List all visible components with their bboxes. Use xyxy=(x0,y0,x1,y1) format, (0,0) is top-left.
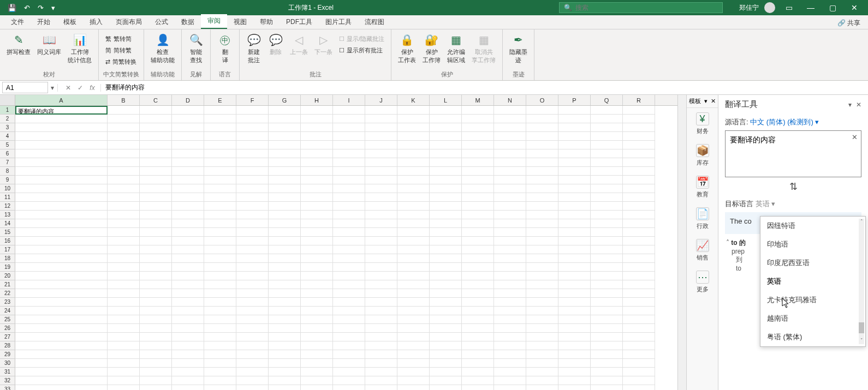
cell[interactable] xyxy=(204,368,236,376)
lang-option[interactable]: 印地语 xyxy=(760,235,865,254)
cell[interactable] xyxy=(108,341,140,350)
cell[interactable] xyxy=(494,315,526,324)
cell[interactable] xyxy=(558,298,591,307)
cell[interactable] xyxy=(397,254,430,263)
language-dropdown-list[interactable]: 因纽特语 印地语 印度尼西亚语 英语 尤卡特克玛雅语 越南语 粤语 (繁体) ˄… xyxy=(760,216,866,347)
cell[interactable] xyxy=(623,219,655,228)
cell[interactable] xyxy=(108,106,140,115)
cell[interactable] xyxy=(526,211,558,219)
cell[interactable] xyxy=(108,376,140,385)
cell[interactable] xyxy=(236,315,269,324)
cell[interactable] xyxy=(15,359,108,368)
col-header-M[interactable]: M xyxy=(462,95,494,105)
cell[interactable] xyxy=(172,359,204,368)
cell[interactable] xyxy=(269,324,301,333)
cell[interactable] xyxy=(236,211,269,219)
cell[interactable] xyxy=(365,202,397,211)
cell[interactable] xyxy=(526,245,558,254)
cell[interactable] xyxy=(591,245,623,254)
cell[interactable] xyxy=(204,280,236,289)
row-header[interactable]: 5 xyxy=(0,141,15,149)
cell[interactable] xyxy=(172,219,204,228)
cell[interactable] xyxy=(430,272,462,280)
row-header[interactable]: 29 xyxy=(0,350,15,359)
cell[interactable] xyxy=(269,376,301,385)
cell[interactable] xyxy=(269,359,301,368)
cell[interactable] xyxy=(140,307,172,315)
cell[interactable] xyxy=(526,158,558,167)
cell[interactable] xyxy=(301,333,333,341)
cell[interactable] xyxy=(623,211,655,219)
cell[interactable] xyxy=(172,280,204,289)
col-header-J[interactable]: J xyxy=(365,95,397,105)
cell[interactable] xyxy=(494,385,526,390)
cell[interactable] xyxy=(397,245,430,254)
row-header[interactable]: 18 xyxy=(0,254,15,263)
row-header[interactable]: 9 xyxy=(0,176,15,184)
cell[interactable] xyxy=(108,228,140,237)
next-comment-button[interactable]: ▷下一条 xyxy=(312,32,335,57)
row-header[interactable]: 32 xyxy=(0,376,15,385)
cell[interactable] xyxy=(462,341,494,350)
row-header[interactable]: 33 xyxy=(0,385,15,390)
cell[interactable] xyxy=(558,245,591,254)
cell[interactable] xyxy=(494,237,526,245)
cell[interactable] xyxy=(397,333,430,341)
cell[interactable] xyxy=(172,289,204,298)
cell[interactable] xyxy=(204,219,236,228)
cell[interactable] xyxy=(558,123,591,132)
cell[interactable] xyxy=(204,272,236,280)
cell[interactable] xyxy=(140,280,172,289)
panel-close-icon[interactable]: ✕ xyxy=(856,101,861,109)
cell[interactable] xyxy=(430,315,462,324)
cell[interactable] xyxy=(269,106,301,115)
cell[interactable] xyxy=(172,123,204,132)
cell[interactable] xyxy=(269,115,301,123)
cell[interactable] xyxy=(108,219,140,228)
cell[interactable] xyxy=(140,158,172,167)
cell[interactable] xyxy=(494,158,526,167)
cell[interactable] xyxy=(558,193,591,202)
show-all-comments-button[interactable]: ☐ 显示所有批注 xyxy=(337,45,387,56)
cell[interactable] xyxy=(430,341,462,350)
cell[interactable] xyxy=(15,385,108,390)
tab-file[interactable]: 文件 xyxy=(4,15,31,29)
cell[interactable] xyxy=(333,333,365,341)
cell[interactable] xyxy=(623,245,655,254)
cell[interactable] xyxy=(526,341,558,350)
cell[interactable] xyxy=(623,106,655,115)
cell[interactable] xyxy=(301,149,333,158)
cell[interactable] xyxy=(623,202,655,211)
cell[interactable] xyxy=(140,368,172,376)
cell[interactable] xyxy=(15,211,108,219)
cell[interactable] xyxy=(462,298,494,307)
cell[interactable] xyxy=(526,132,558,141)
cell[interactable] xyxy=(526,254,558,263)
cell[interactable] xyxy=(430,324,462,333)
cell[interactable] xyxy=(462,333,494,341)
cell[interactable] xyxy=(397,115,430,123)
cell[interactable] xyxy=(140,263,172,272)
cell[interactable] xyxy=(172,149,204,158)
cell[interactable] xyxy=(204,263,236,272)
cell[interactable] xyxy=(558,333,591,341)
cell[interactable] xyxy=(526,228,558,237)
cell[interactable] xyxy=(365,211,397,219)
cell[interactable] xyxy=(108,289,140,298)
cell[interactable] xyxy=(140,237,172,245)
cell[interactable] xyxy=(494,307,526,315)
hide-ink-button[interactable]: ✒隐藏墨 迹 xyxy=(507,32,530,65)
cell[interactable] xyxy=(462,202,494,211)
cell[interactable] xyxy=(236,219,269,228)
cell[interactable] xyxy=(397,184,430,193)
cell[interactable] xyxy=(236,359,269,368)
cell[interactable] xyxy=(365,123,397,132)
cell[interactable] xyxy=(526,350,558,359)
cell[interactable] xyxy=(397,289,430,298)
row-header[interactable]: 3 xyxy=(0,123,15,132)
cell[interactable] xyxy=(236,237,269,245)
row-header[interactable]: 4 xyxy=(0,132,15,141)
qat-more-icon[interactable]: ▾ xyxy=(49,3,57,13)
cell[interactable] xyxy=(333,359,365,368)
cell[interactable] xyxy=(591,359,623,368)
